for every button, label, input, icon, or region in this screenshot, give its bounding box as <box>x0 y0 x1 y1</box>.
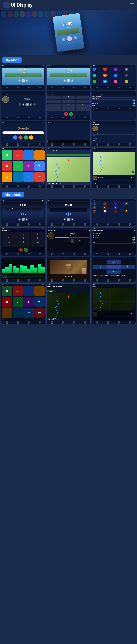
arrow-center[interactable]: ● <box>107 265 121 269</box>
app-telegram[interactable]: ✈ <box>93 74 96 77</box>
night-key-9[interactable]: 9WXYZ <box>30 240 44 244</box>
auto-answer-toggle[interactable] <box>132 100 135 102</box>
night-ios-amazon[interactable]: a <box>34 286 45 296</box>
night-ios-spotify[interactable]: ♪ <box>13 297 23 307</box>
play-btn-2[interactable]: ⏸ <box>67 79 70 82</box>
google-search-bar[interactable] <box>2 132 44 134</box>
night-app-8[interactable]: Ⓑ <box>125 206 128 209</box>
night-app-2[interactable]: 🎵 <box>104 202 106 205</box>
night-key-2[interactable]: 2ABC <box>16 232 30 236</box>
key-1[interactable]: 1 <box>47 96 61 99</box>
app-waze[interactable]: 🗺 <box>104 74 106 77</box>
night-ios-fb[interactable]: f <box>24 286 34 296</box>
night-next-1[interactable]: ⏭ <box>26 218 28 220</box>
video-play-btn[interactable]: ▶ <box>68 276 69 278</box>
track-4[interactable]: 乐.mp3 <box>93 140 134 142</box>
night-np-next[interactable]: ⏭ <box>133 313 134 314</box>
track-2[interactable]: 华乐_0.mp3 <box>93 135 134 137</box>
np-next[interactable]: ⏭ <box>133 177 134 178</box>
eq-track-2[interactable]: Track 02.mp3 <box>2 275 44 276</box>
hamburger-menu-icon[interactable] <box>130 3 134 7</box>
waze2-icon[interactable]: W <box>2 172 12 182</box>
google-icon-3[interactable] <box>24 136 28 140</box>
night-key-0[interactable]: 0 <box>16 244 30 246</box>
night-ios-podcast[interactable]: 🎙 <box>24 297 34 307</box>
np-prev[interactable]: ⏮ <box>130 177 131 178</box>
track-opt-4[interactable]: TRACK4 <box>110 274 115 276</box>
night-app-1[interactable]: 📞 <box>93 202 96 205</box>
night-play-2[interactable]: ⏸ <box>67 218 70 221</box>
night-key-7[interactable]: 7PQRS <box>2 240 16 244</box>
night-auto-answer-toggle[interactable] <box>132 237 135 238</box>
night-key-4[interactable]: 4GHI <box>2 236 16 240</box>
night-np-prev[interactable]: ⏮ <box>130 313 131 314</box>
night-shuffle-btn[interactable]: ⇄ <box>64 240 66 242</box>
night-app-4[interactable]: ⚙ <box>125 202 128 205</box>
app-extra1[interactable]: ❤ <box>114 80 117 83</box>
track-opt-1[interactable]: TRACK1 <box>93 274 98 276</box>
night-prev-1[interactable]: ⏮ <box>18 218 21 220</box>
arrow-up[interactable]: ▲ <box>107 260 121 264</box>
video-prev-btn[interactable]: ⏮ <box>65 276 66 278</box>
track-1[interactable]: 华乐_0.mp3 <box>93 132 134 134</box>
key-3[interactable]: 3DEF <box>76 96 90 99</box>
night-power-toggle[interactable] <box>132 242 135 243</box>
end-call-btn[interactable]: 📵 <box>64 112 68 116</box>
google-icon-4[interactable] <box>29 136 33 140</box>
night-key-8[interactable]: 8TUV <box>16 240 30 244</box>
maps-icon[interactable]: 🗺 <box>34 161 45 171</box>
key-hash[interactable]: # <box>76 108 90 111</box>
key-8[interactable]: 8TUV <box>62 104 76 107</box>
go-button[interactable]: GO <box>48 154 90 156</box>
prev-btn-2[interactable]: ⏮ <box>64 80 66 82</box>
track-opt-5[interactable]: TRACK5 <box>115 274 120 276</box>
night-prev-btn[interactable]: ⏮ <box>67 240 70 242</box>
night-auto-connect-toggle[interactable] <box>132 239 135 240</box>
night-repeat-btn[interactable]: ↻ <box>78 240 81 242</box>
whatsapp-icon[interactable]: 💬 <box>2 150 12 160</box>
night-app-11[interactable]: ❤ <box>114 210 117 212</box>
shuffle-btn[interactable]: ⇄ <box>18 103 21 106</box>
track-3[interactable]: 华乐_双语.mp3 <box>93 137 134 139</box>
amazon-icon[interactable]: a <box>34 150 45 160</box>
night-ios-youtube[interactable]: ▶ <box>13 286 23 296</box>
app-music[interactable]: 🎵 <box>104 68 106 71</box>
night-prev-2[interactable]: ⏮ <box>64 218 66 220</box>
app-nav[interactable]: 📍 <box>93 80 96 83</box>
key-0[interactable]: 0+ <box>62 108 76 111</box>
key-star[interactable]: * <box>47 108 61 111</box>
night-key-hash[interactable]: # <box>30 244 44 246</box>
track-opt-3[interactable]: TRACK3 <box>104 274 109 276</box>
app-carplay[interactable]: 🚗 <box>114 74 117 77</box>
night-ios-linkedin[interactable]: in <box>13 308 23 318</box>
night-ios-maps[interactable]: 🗺 <box>34 297 45 307</box>
night-app-7[interactable]: 🚗 <box>114 206 117 209</box>
app-settings[interactable]: ⚙ <box>125 68 128 71</box>
power-toggle[interactable] <box>132 105 135 106</box>
night-app-12[interactable]: ⭐ <box>125 210 128 212</box>
night-next-btn[interactable]: ⏭ <box>75 240 78 242</box>
linkedin-icon[interactable]: in <box>13 172 23 182</box>
track-opt-2[interactable]: TRACK2 <box>98 274 104 276</box>
night-app-5[interactable]: ✈ <box>93 206 96 209</box>
app-bt2[interactable]: Ⓑ <box>125 74 128 77</box>
app-bt[interactable]: 🎵 <box>114 68 117 71</box>
night-app-6[interactable]: 🗺 <box>104 206 106 209</box>
next-track-btn[interactable]: ⏭ <box>30 103 32 106</box>
netflix-icon[interactable]: N <box>2 161 12 171</box>
night-app-3[interactable]: 🎧 <box>114 202 117 205</box>
app-extra2[interactable]: ⭐ <box>125 80 128 83</box>
repeat-btn[interactable]: ↻ <box>33 103 36 106</box>
night-ios-insta[interactable]: 📷 <box>34 308 45 318</box>
night-ios-twitter[interactable]: 🐦 <box>24 308 34 318</box>
google-icon-1[interactable] <box>13 136 17 140</box>
app-phone[interactable]: 📞 <box>93 68 96 71</box>
key-2[interactable]: 2ABC <box>62 96 76 99</box>
facebook-icon[interactable]: f <box>24 150 34 160</box>
arrow-down[interactable]: ▼ <box>107 270 121 274</box>
night-key-star[interactable]: * <box>2 244 16 246</box>
prev-btn-1[interactable]: ⏮ <box>18 80 21 82</box>
next-btn-2[interactable]: ⏭ <box>71 80 73 82</box>
night-play-btn[interactable]: ⏸ <box>70 239 74 243</box>
night-ios-netflix[interactable]: N <box>2 297 12 307</box>
